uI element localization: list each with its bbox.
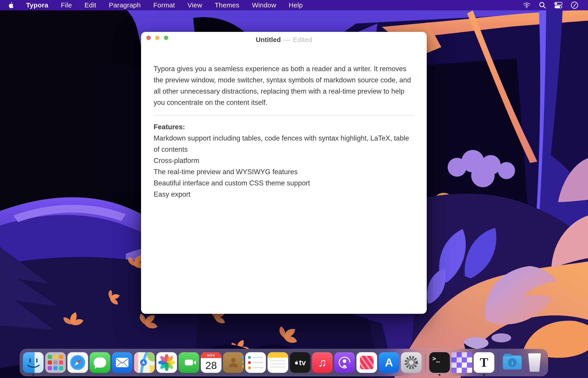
dock-item-terminal[interactable]: >_ <box>429 352 450 373</box>
person-silhouette-icon <box>229 358 238 367</box>
menu-item-view[interactable]: View <box>188 1 202 9</box>
horizontal-rule <box>154 115 414 115</box>
running-indicator <box>32 374 34 376</box>
features-heading: Features: <box>154 122 414 133</box>
feature-item: Beautiful interface and custom CSS theme… <box>154 177 414 189</box>
feature-item: The real-time preview and WYSIWYG featur… <box>154 166 414 177</box>
window-titlebar[interactable]: Untitled — Edited <box>141 32 427 48</box>
music-note-icon: ♫ <box>318 356 327 369</box>
dock-item-apple-tv[interactable]: tv <box>290 352 310 373</box>
dock-item-system-preferences[interactable] <box>401 352 421 373</box>
apple-menu-icon[interactable] <box>8 2 14 9</box>
dock-item-photos[interactable] <box>156 352 177 373</box>
dock-item-launchpad[interactable] <box>45 352 66 373</box>
menu-item-typora[interactable]: Typora <box>26 1 48 9</box>
apple-logo-icon <box>294 360 298 365</box>
typora-t-icon: T <box>480 355 488 370</box>
desktop: Typora File Edit Paragraph Format View T… <box>0 0 588 378</box>
dock-item-mail[interactable] <box>112 352 133 373</box>
download-arrow-icon: ↓ <box>511 359 514 366</box>
calendar-day: 28 <box>201 358 222 373</box>
tv-label: tv <box>299 358 306 367</box>
intro-paragraph: Typora gives you a seamless experience a… <box>154 63 414 108</box>
feature-item: Easy export <box>154 189 414 200</box>
dock-item-calendar[interactable]: NOV 28 <box>201 352 222 373</box>
trash-icon <box>528 353 542 372</box>
dock-item-notes[interactable] <box>267 352 288 373</box>
terminal-prompt-icon: >_ <box>432 355 440 362</box>
news-logo-icon <box>360 356 374 369</box>
dock-item-downloads[interactable]: ↓ <box>502 352 523 373</box>
dock: NOV 28 <box>20 349 548 376</box>
calendar-month: NOV <box>201 352 222 358</box>
typora-window: Untitled — Edited Typora gives you a sea… <box>141 32 427 314</box>
gear-icon <box>403 355 419 370</box>
dock-divider <box>498 353 498 371</box>
dock-item-podcasts[interactable] <box>334 352 355 373</box>
clock-icon[interactable] <box>571 1 579 9</box>
document-title: Untitled <box>256 36 281 43</box>
window-title: Untitled — Edited <box>256 36 312 43</box>
search-icon[interactable] <box>539 1 546 9</box>
dock-item-trash[interactable] <box>524 352 545 373</box>
menu-item-format[interactable]: Format <box>154 1 175 9</box>
dock-item-music[interactable]: ♫ <box>312 352 333 373</box>
dock-item-messages[interactable] <box>90 352 110 373</box>
edited-badge: Edited <box>293 36 312 43</box>
menu-item-paragraph[interactable]: Paragraph <box>109 1 141 9</box>
downloads-folder-icon: ↓ <box>503 356 522 369</box>
podcasts-icon <box>337 355 352 370</box>
checkerboard-image-icon <box>451 352 472 373</box>
running-indicator <box>483 374 485 376</box>
zoom-button[interactable] <box>164 36 168 40</box>
feature-item: Markdown support including tables, code … <box>154 133 414 155</box>
dock-item-finder[interactable] <box>23 352 43 373</box>
dock-divider <box>425 353 426 371</box>
appstore-a-icon: A <box>385 356 393 369</box>
dock-item-facetime[interactable] <box>179 352 199 373</box>
close-button[interactable] <box>146 36 151 40</box>
dock-item-maps[interactable] <box>134 352 155 373</box>
control-center-icon[interactable] <box>554 1 563 9</box>
dock-item-app-store[interactable]: A <box>379 352 399 373</box>
minimize-button[interactable] <box>155 36 159 40</box>
dock-item-reminders[interactable] <box>245 352 266 373</box>
menu-item-help[interactable]: Help <box>289 1 303 9</box>
menu-item-themes[interactable]: Themes <box>215 1 239 9</box>
wifi-warning-icon[interactable] <box>522 1 531 9</box>
dock-item-image-preview[interactable] <box>451 352 472 373</box>
dock-item-news[interactable] <box>356 352 377 373</box>
menu-item-window[interactable]: Window <box>252 1 276 9</box>
menu-item-edit[interactable]: Edit <box>84 1 96 9</box>
feature-item: Cross-platform <box>154 155 414 166</box>
menu-item-file[interactable]: File <box>61 1 72 9</box>
dock-item-typora[interactable]: T <box>474 352 494 373</box>
speech-bubble-icon <box>94 357 106 368</box>
video-camera-icon <box>185 360 193 365</box>
dock-item-safari[interactable] <box>67 352 88 373</box>
editor-content[interactable]: Typora gives you a seamless experience a… <box>141 48 427 200</box>
menu-bar: Typora File Edit Paragraph Format View T… <box>0 0 588 10</box>
title-separator: — <box>283 36 290 43</box>
running-indicator <box>439 374 440 376</box>
dock-item-contacts[interactable] <box>223 352 244 373</box>
